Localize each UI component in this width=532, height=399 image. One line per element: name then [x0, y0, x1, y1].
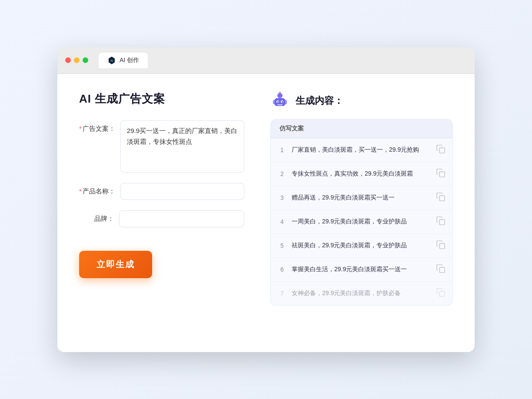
svg-rect-16: [439, 219, 445, 225]
row-number: 1: [278, 146, 286, 153]
table-row: 7女神必备，29.9元美白淡斑霜，护肤必备: [271, 282, 452, 305]
table-row: 1厂家直销，美白淡斑霜，买一送一，29.9元抢购: [271, 138, 452, 162]
browser-window: AI AI 创作 AI 生成广告文案 *广告文案： 29.9买一送一，真正的厂家…: [57, 47, 475, 352]
browser-content: AI 生成广告文案 *广告文案： 29.9买一送一，真正的厂家直销，美白淡斑霜，…: [57, 74, 475, 352]
product-name-label: *产品名称：: [79, 183, 115, 196]
copy-icon[interactable]: [436, 240, 446, 251]
form-group-product-name: *产品名称： 美白淡斑霜: [79, 183, 244, 200]
svg-rect-4: [273, 100, 275, 104]
svg-rect-17: [439, 243, 445, 249]
form-group-ad-copy: *广告文案： 29.9买一送一，真正的厂家直销，美白淡斑霜，专抹女性斑点: [79, 120, 244, 173]
table-row: 6掌握美白生活，29.9元美白淡斑霜买一送一: [271, 258, 452, 282]
result-header: 生成内容：: [270, 91, 453, 110]
row-number: 2: [278, 170, 286, 177]
row-number: 5: [278, 242, 286, 249]
page-title: AI 生成广告文案: [79, 91, 244, 106]
ai-tab-icon: AI: [107, 56, 116, 65]
close-button[interactable]: [65, 57, 71, 63]
table-header: 仿写文案: [271, 120, 452, 138]
row-number: 4: [278, 218, 286, 225]
tab-label: AI 创作: [120, 57, 139, 64]
result-table: 仿写文案 1厂家直销，美白淡斑霜，买一送一，29.9元抢购 2专抹女性斑点，真实…: [270, 119, 453, 306]
row-number: 3: [278, 194, 286, 201]
table-row: 5祛斑美白，29.9元美白淡斑霜，专业护肤品: [271, 234, 452, 258]
svg-point-12: [279, 92, 281, 93]
generate-button[interactable]: 立即生成: [79, 251, 152, 278]
copy-icon[interactable]: [436, 144, 446, 156]
brand-input[interactable]: 好白: [119, 210, 244, 227]
table-row: 2专抹女性斑点，真实功效，29.9元美白淡斑霜: [271, 162, 452, 186]
svg-rect-18: [439, 267, 445, 273]
svg-rect-5: [285, 100, 287, 104]
robot-icon: [270, 91, 289, 110]
result-title: 生成内容：: [296, 94, 343, 107]
required-star-product: *: [79, 187, 82, 195]
copy-icon[interactable]: [436, 288, 446, 299]
svg-rect-14: [439, 172, 445, 177]
row-number: 6: [278, 266, 286, 273]
row-text: 一周美白，29.9元美白淡斑霜，专业护肤品: [292, 217, 431, 226]
row-text: 祛斑美白，29.9元美白淡斑霜，专业护肤品: [292, 241, 431, 250]
row-text: 掌握美白生活，29.9元美白淡斑霜买一送一: [292, 265, 431, 274]
ad-copy-label: *广告文案：: [79, 120, 115, 133]
ad-copy-input[interactable]: 29.9买一送一，真正的厂家直销，美白淡斑霜，专抹女性斑点: [120, 120, 244, 173]
table-row: 4一周美白，29.9元美白淡斑霜，专业护肤品: [271, 210, 452, 234]
row-text: 赠品再送，29.9元美白淡斑霜买一送一: [292, 193, 431, 202]
copy-icon[interactable]: [436, 216, 446, 227]
svg-point-9: [282, 101, 283, 103]
left-panel: AI 生成广告文案 *广告文案： 29.9买一送一，真正的厂家直销，美白淡斑霜，…: [79, 91, 244, 306]
brand-label: 品牌：: [79, 210, 114, 223]
browser-tab[interactable]: AI AI 创作: [99, 53, 148, 68]
maximize-button[interactable]: [83, 57, 88, 63]
row-text: 女神必备，29.9元美白淡斑霜，护肤必备: [292, 289, 431, 298]
main-layout: AI 生成广告文案 *广告文案： 29.9买一送一，真正的厂家直销，美白淡斑霜，…: [79, 91, 453, 306]
traffic-lights: [65, 57, 88, 63]
required-star-ad: *: [79, 125, 82, 132]
right-panel: 生成内容： 仿写文案 1厂家直销，美白淡斑霜，买一送一，29.9元抢购 2专抹女…: [270, 91, 453, 306]
svg-rect-10: [277, 104, 283, 106]
copy-icon[interactable]: [436, 168, 446, 180]
copy-icon[interactable]: [436, 192, 446, 203]
copy-icon[interactable]: [436, 264, 446, 275]
row-number: 7: [278, 290, 286, 297]
form-group-brand: 品牌： 好白: [79, 210, 244, 227]
browser-toolbar: AI AI 创作: [57, 47, 475, 74]
minimize-button[interactable]: [74, 57, 80, 63]
svg-point-8: [277, 101, 279, 103]
svg-text:AI: AI: [110, 59, 113, 62]
row-text: 厂家直销，美白淡斑霜，买一送一，29.9元抢购: [292, 145, 431, 154]
svg-rect-13: [439, 148, 445, 153]
result-rows-container: 1厂家直销，美白淡斑霜，买一送一，29.9元抢购 2专抹女性斑点，真实功效，29…: [271, 138, 452, 305]
svg-rect-15: [439, 196, 445, 201]
product-name-input[interactable]: 美白淡斑霜: [120, 183, 244, 200]
table-row: 3赠品再送，29.9元美白淡斑霜买一送一: [271, 186, 452, 210]
row-text: 专抹女性斑点，真实功效，29.9元美白淡斑霜: [292, 169, 431, 178]
svg-rect-19: [439, 291, 445, 296]
